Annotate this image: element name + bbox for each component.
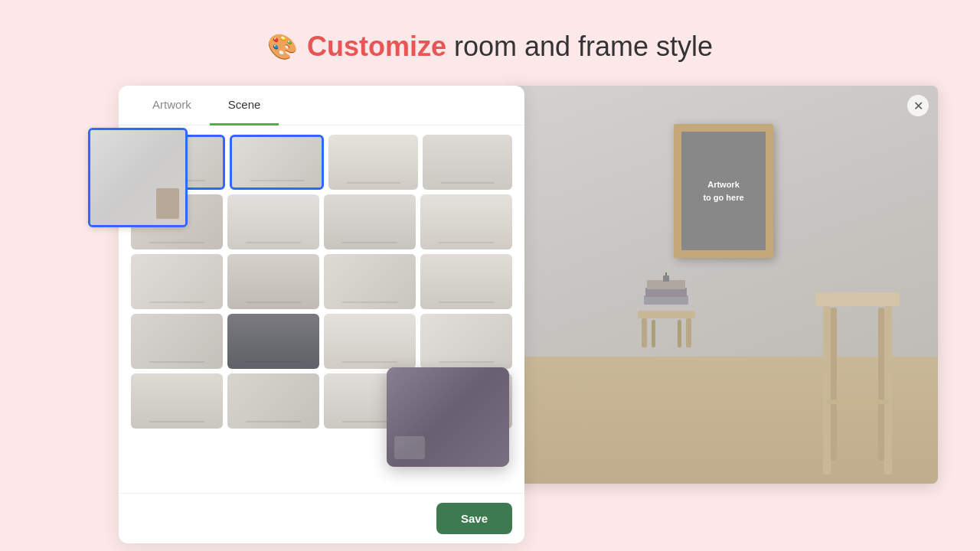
selected-thumb-inner (90, 130, 185, 225)
grid-row (131, 135, 512, 190)
page-header: 🎨 Customize room and frame style (267, 31, 713, 63)
scene-cell[interactable] (227, 254, 319, 309)
svg-rect-14 (663, 276, 669, 282)
close-icon: ✕ (913, 99, 923, 113)
room-preview: ✕ Artworkto go here (509, 86, 938, 484)
grid-row (131, 314, 512, 369)
artwork-placeholder-text: Artworkto go here (703, 178, 743, 204)
hovered-scene-enlarged[interactable] (387, 367, 509, 467)
svg-rect-3 (831, 308, 837, 461)
svg-rect-8 (686, 318, 691, 347)
scene-cell[interactable] (324, 314, 416, 369)
hover-enlarged-inner (387, 367, 509, 467)
palette-icon: 🎨 (267, 32, 298, 61)
books-svg (638, 272, 699, 349)
scene-cell[interactable] (227, 314, 319, 369)
save-button[interactable]: Save (436, 503, 512, 534)
svg-rect-4 (878, 308, 884, 461)
scene-cell[interactable] (420, 314, 512, 369)
frame-inner: Artworkto go here (681, 132, 766, 250)
panel-footer: Save (119, 493, 524, 543)
page-title: Customize room and frame style (307, 31, 713, 63)
main-content: Artwork Scene (0, 86, 980, 543)
svg-rect-0 (815, 292, 900, 306)
scene-cell[interactable] (420, 194, 512, 249)
scene-cell[interactable] (227, 373, 319, 429)
stool-right (812, 269, 903, 484)
tab-artwork[interactable]: Artwork (134, 86, 210, 126)
scene-cell[interactable] (324, 194, 416, 249)
artwork-frame: Artworkto go here (674, 124, 773, 258)
scene-cell[interactable] (230, 135, 324, 190)
svg-rect-9 (652, 320, 655, 347)
grid-row (131, 194, 512, 249)
scene-cell[interactable] (131, 254, 223, 309)
svg-rect-10 (678, 320, 681, 347)
frame-outer: Artworkto go here (674, 124, 773, 258)
stool-svg (812, 269, 903, 484)
scene-cell[interactable] (420, 254, 512, 309)
svg-rect-5 (827, 399, 888, 404)
svg-rect-1 (823, 306, 831, 474)
scene-cell[interactable] (131, 314, 223, 369)
scene-cell[interactable] (328, 135, 418, 190)
svg-rect-2 (884, 306, 892, 474)
svg-rect-6 (638, 311, 695, 318)
close-button[interactable]: ✕ (907, 95, 929, 116)
svg-rect-7 (642, 318, 647, 347)
panel-tabs: Artwork Scene (119, 86, 524, 126)
scene-cell[interactable] (227, 194, 319, 249)
tab-scene[interactable]: Scene (210, 86, 279, 126)
selected-thumbnail-large[interactable] (88, 128, 188, 227)
scene-cell[interactable] (131, 373, 223, 429)
title-rest: room and frame style (454, 31, 713, 62)
scene-cell[interactable] (423, 135, 512, 190)
books-stool (638, 272, 699, 352)
scene-cell[interactable] (324, 254, 416, 309)
grid-row (131, 254, 512, 309)
title-highlight: Customize (307, 31, 446, 62)
